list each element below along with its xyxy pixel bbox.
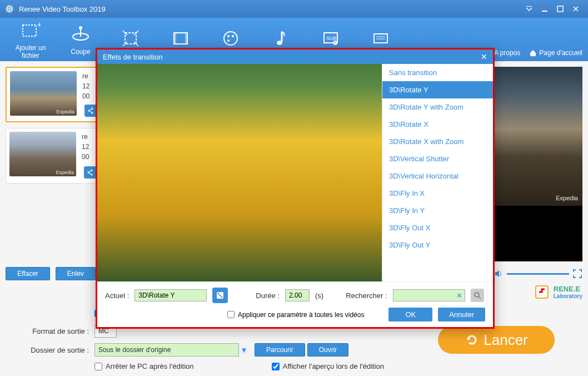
close-button[interactable]	[568, 3, 584, 14]
svg-point-36	[221, 296, 223, 298]
svg-text:+: +	[37, 21, 41, 29]
volume-slider[interactable]	[507, 273, 569, 275]
share-icon	[87, 107, 94, 114]
maximize-button[interactable]	[552, 3, 568, 14]
svg-point-30	[88, 172, 89, 174]
svg-point-38	[475, 293, 479, 297]
brand-icon	[534, 284, 550, 300]
search-button[interactable]	[471, 289, 484, 302]
transition-item[interactable]: 3D\Vertical Horizontal	[382, 167, 493, 185]
transition-item[interactable]: 3D\Fly Out Y	[382, 236, 493, 254]
home-icon	[529, 49, 537, 57]
svg-point-9	[79, 26, 82, 29]
svg-rect-13	[185, 33, 187, 44]
dialog-titlebar: Effets de transition ✕	[97, 50, 493, 64]
transition-item[interactable]: 3D\Fly Out X	[382, 219, 493, 236]
svg-point-37	[220, 295, 221, 296]
clear-button[interactable]: Effacer	[6, 267, 50, 280]
transition-item[interactable]: 3D\Rotate Y	[382, 81, 493, 98]
svg-point-15	[227, 35, 230, 37]
refresh-icon	[465, 333, 479, 347]
svg-point-17	[227, 39, 230, 42]
transition-item[interactable]: Sans transition	[382, 64, 493, 81]
svg-rect-6	[23, 25, 36, 36]
transition-effects-dialog: Effets de transition ✕ Sans transition3D…	[96, 48, 495, 329]
svg-text:T: T	[333, 41, 336, 46]
transition-list[interactable]: Sans transition3D\Rotate Y3D\Rotate Y wi…	[382, 64, 493, 281]
volume-icon[interactable]	[494, 269, 504, 279]
transition-preview	[97, 64, 382, 281]
add-file-icon: +	[21, 21, 41, 41]
svg-rect-3	[526, 6, 532, 7]
clear-search-icon[interactable]: ✕	[456, 291, 462, 300]
svg-point-16	[232, 35, 234, 37]
home-link[interactable]: Page d'accueil	[529, 49, 582, 57]
transition-item[interactable]: 3D\Fly In Y	[382, 202, 493, 219]
svg-rect-12	[174, 33, 176, 44]
subtitle-icon: SUBT	[321, 28, 341, 48]
format-label: Format de sortie :	[6, 327, 89, 335]
randomize-button[interactable]	[212, 288, 228, 303]
fullscreen-icon[interactable]	[572, 269, 582, 279]
launch-button[interactable]: Lancer	[438, 326, 555, 354]
share-icon	[87, 169, 93, 176]
share-button[interactable]	[84, 105, 97, 117]
cancel-button[interactable]: Annuler	[438, 308, 485, 321]
svg-point-27	[88, 110, 90, 112]
search-label: Rechercher :	[346, 291, 387, 300]
current-value-input[interactable]	[134, 289, 207, 301]
search-icon	[474, 291, 481, 299]
svg-rect-4	[542, 11, 547, 12]
dialog-title: Effets de transition	[103, 53, 162, 61]
duration-label: Durée :	[256, 291, 280, 300]
svg-point-35	[218, 293, 220, 295]
show-preview-checkbox[interactable]: Afficher l'aperçu lors de l'édition	[272, 362, 385, 370]
dialog-close-button[interactable]: ✕	[481, 52, 487, 61]
add-file-label: Ajouter un fichier	[16, 44, 46, 60]
transition-item[interactable]: 3D\Rotate Y with Zoom	[382, 98, 493, 116]
svg-rect-5	[557, 6, 563, 12]
brand-logo: RENE.E Laboratory	[534, 284, 582, 300]
app-logo-icon	[4, 4, 14, 14]
transition-item[interactable]: 3D\Rotate X with Zoom	[382, 133, 493, 150]
share-button[interactable]	[84, 166, 96, 179]
film-icon	[171, 28, 191, 48]
add-file-button[interactable]: + Ajouter un fichier	[6, 19, 56, 60]
cut-label: Coupe	[71, 48, 90, 56]
svg-point-2	[9, 8, 11, 10]
transition-item[interactable]: 3D\Vertical Shutter	[382, 150, 493, 167]
preview-panel: Expedia	[494, 67, 582, 261]
preview-image: Expedia	[494, 67, 582, 206]
minimize-button[interactable]	[537, 3, 552, 14]
open-button[interactable]: Ouvrir	[307, 343, 349, 357]
svg-point-29	[92, 112, 93, 114]
search-input[interactable]: ✕	[393, 289, 465, 301]
app-title: Renee Video Toolbox 2019	[19, 5, 521, 13]
folder-combo[interactable]: Sous le dossier d'origine	[94, 343, 239, 357]
svg-line-39	[479, 296, 481, 299]
transition-item[interactable]: 3D\Rotate X	[382, 116, 493, 133]
apply-all-checkbox[interactable]: Appliquer ce paramètre à toutes les vidé…	[227, 311, 364, 319]
folder-combo-arrow[interactable]: ▼	[239, 346, 249, 354]
browse-button[interactable]: Parcourir	[255, 343, 305, 357]
current-label: Actuel :	[105, 291, 129, 300]
ok-button[interactable]: OK	[388, 308, 432, 321]
dropdown-menu-button[interactable]	[521, 3, 537, 14]
playback-bar	[494, 267, 582, 280]
svg-point-18	[277, 41, 282, 45]
palette-icon	[221, 28, 241, 48]
dice-icon	[216, 291, 225, 300]
file-thumbnail: Expedia	[10, 71, 77, 116]
duration-input[interactable]	[285, 289, 310, 301]
stop-pc-checkbox[interactable]: Arrêter le PC après l'édition	[94, 362, 194, 370]
music-icon	[271, 28, 291, 48]
transition-item[interactable]: 3D\Fly In X	[382, 185, 493, 202]
list-icon	[371, 28, 391, 48]
remove-button[interactable]: Enlev	[56, 267, 96, 280]
svg-point-31	[91, 170, 93, 171]
titlebar: Renee Video Toolbox 2019	[0, 0, 588, 18]
file-thumbnail: Expedia	[9, 132, 76, 176]
svg-point-14	[224, 32, 237, 45]
svg-point-32	[91, 174, 93, 176]
duration-unit: (s)	[315, 291, 323, 300]
